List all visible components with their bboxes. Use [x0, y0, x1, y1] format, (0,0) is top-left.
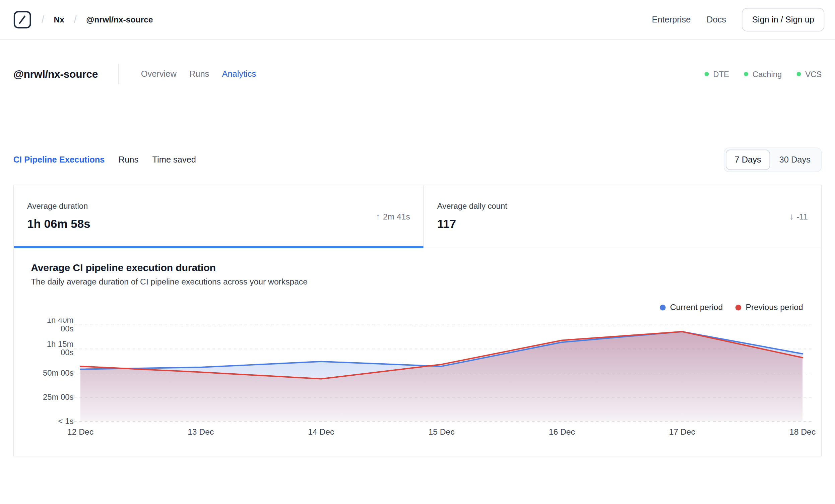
status-label: VCS [805, 69, 821, 78]
workspace-status: DTE Caching VCS [705, 69, 821, 78]
legend-previous-period: Previous period [735, 303, 803, 312]
svg-text:15 Dec: 15 Dec [429, 427, 455, 436]
svg-text:12 Dec: 12 Dec [67, 427, 94, 436]
status-dte: DTE [705, 69, 729, 78]
stat-delta-value: -11 [796, 212, 808, 222]
status-dot-green-icon [705, 72, 709, 76]
duration-line-chart: 1h 40m00s1h 15m00s50m 00s25m 00s< 1s12 D… [14, 318, 821, 442]
analytics-tabs: CI Pipeline Executions Runs Time saved [14, 155, 196, 164]
status-dot-green-icon [797, 72, 801, 76]
stat-label: Average duration [27, 201, 90, 210]
page-root: / Nx / @nrwl/nx-source Enterprise Docs S… [0, 0, 835, 504]
tab-analytics[interactable]: Analytics [222, 69, 256, 79]
svg-text:16 Dec: 16 Dec [549, 427, 575, 436]
breadcrumb-repo[interactable]: @nrwl/nx-source [86, 15, 153, 25]
chart-subtitle: The daily average duration of CI pipelin… [31, 277, 808, 286]
breadcrumb-separator: / [74, 14, 77, 25]
stat-label: Average daily count [437, 201, 507, 210]
stats-row: Average duration 1h 06m 58s ↑ 2m 41s Ave… [14, 185, 821, 248]
stat-delta: ↑ 2m 41s [375, 211, 410, 222]
tab-ci-pipeline-executions[interactable]: CI Pipeline Executions [14, 155, 105, 164]
svg-text:18 Dec: 18 Dec [790, 427, 816, 436]
arrow-up-icon: ↑ [375, 211, 380, 222]
analytics-controls: CI Pipeline Executions Runs Time saved 7… [0, 147, 835, 172]
period-7-days-button[interactable]: 7 Days [726, 150, 770, 170]
legend-current-period: Current period [660, 303, 723, 312]
svg-text:1h 15m00s: 1h 15m00s [47, 340, 74, 357]
tab-time-saved[interactable]: Time saved [152, 155, 196, 164]
svg-text:25m 00s: 25m 00s [43, 392, 74, 401]
tab-overview[interactable]: Overview [141, 69, 177, 79]
breadcrumb-org[interactable]: Nx [54, 15, 65, 25]
breadcrumb: / Nx / @nrwl/nx-source [13, 10, 153, 29]
breadcrumb-separator: / [42, 14, 44, 25]
svg-text:50m 00s: 50m 00s [43, 368, 74, 377]
workspace-header: @nrwl/nx-source Overview Runs Analytics … [0, 62, 835, 86]
legend-dot-current-icon [660, 304, 666, 310]
legend-label: Previous period [746, 303, 803, 312]
chart-head: Average CI pipeline execution duration T… [14, 262, 821, 286]
stat-main: Average duration 1h 06m 58s [27, 201, 90, 232]
top-nav: / Nx / @nrwl/nx-source Enterprise Docs S… [0, 0, 835, 40]
svg-text:17 Dec: 17 Dec [669, 427, 695, 436]
chart-legend: Current period Previous period [14, 303, 803, 312]
svg-text:13 Dec: 13 Dec [188, 427, 214, 436]
stat-delta-value: 2m 41s [383, 212, 410, 222]
vertical-divider [118, 64, 119, 84]
workspace-title: @nrwl/nx-source [14, 68, 98, 80]
nx-logo-icon[interactable] [13, 10, 32, 29]
analytics-card: Average duration 1h 06m 58s ↑ 2m 41s Ave… [14, 185, 822, 457]
stat-average-daily-count[interactable]: Average daily count 117 ↓ -11 [424, 185, 821, 248]
stat-value: 1h 06m 58s [27, 217, 90, 232]
status-vcs: VCS [797, 69, 821, 78]
status-dot-green-icon [744, 72, 748, 76]
period-30-days-button[interactable]: 30 Days [770, 150, 820, 170]
nav-link-docs[interactable]: Docs [707, 15, 726, 25]
stat-average-duration[interactable]: Average duration 1h 06m 58s ↑ 2m 41s [14, 185, 424, 248]
chart-title: Average CI pipeline execution duration [31, 262, 808, 274]
svg-text:< 1s: < 1s [58, 417, 74, 426]
status-caching: Caching [744, 69, 782, 78]
stat-main: Average daily count 117 [437, 201, 507, 232]
chart-section: Average CI pipeline execution duration T… [14, 248, 821, 456]
stat-value: 117 [437, 217, 507, 232]
arrow-down-icon: ↓ [790, 211, 794, 222]
sign-in-button[interactable]: Sign in / Sign up [742, 8, 824, 32]
nav-actions: Enterprise Docs Sign in / Sign up [652, 8, 824, 32]
legend-dot-previous-icon [735, 304, 741, 310]
workspace-tabs: Overview Runs Analytics [141, 69, 256, 79]
legend-label: Current period [670, 303, 723, 312]
svg-text:14 Dec: 14 Dec [308, 427, 334, 436]
status-label: Caching [753, 69, 782, 78]
svg-text:1h 40m00s: 1h 40m00s [47, 318, 74, 333]
period-toggle: 7 Days 30 Days [724, 147, 821, 172]
stat-delta: ↓ -11 [790, 211, 808, 222]
tab-runs[interactable]: Runs [189, 69, 209, 79]
active-stat-underline [14, 246, 423, 248]
nav-link-enterprise[interactable]: Enterprise [652, 15, 691, 25]
tab-analytics-runs[interactable]: Runs [119, 155, 138, 164]
status-label: DTE [713, 69, 729, 78]
